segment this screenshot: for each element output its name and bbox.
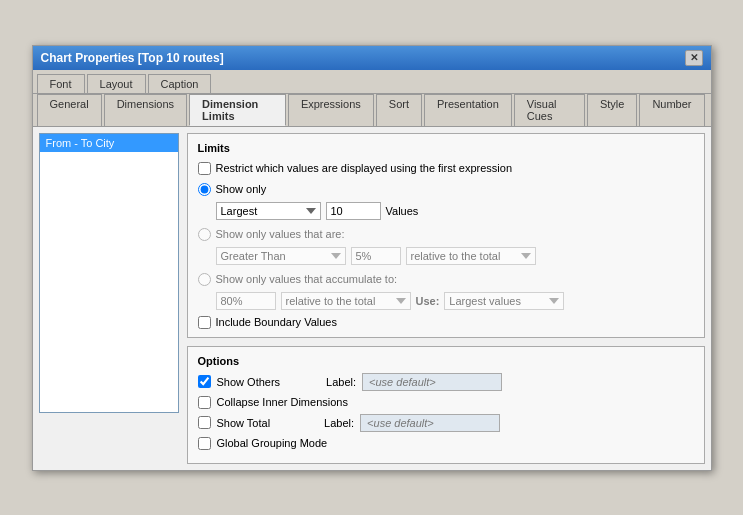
largest-values-select[interactable]: Largest values bbox=[444, 292, 564, 310]
options-group: Options Show Others Label: Collapse Inne… bbox=[187, 346, 705, 464]
tab-sort[interactable]: Sort bbox=[376, 94, 422, 126]
show-others-label-text: Label: bbox=[326, 376, 356, 388]
show-total-input[interactable] bbox=[360, 414, 500, 432]
show-total-controls: Show Total Label: bbox=[198, 414, 501, 432]
list-item[interactable]: From - To City bbox=[40, 134, 178, 152]
left-panel: From - To City bbox=[39, 133, 179, 464]
values-label: Values bbox=[386, 205, 419, 217]
show-values-label: Show only values that are: bbox=[216, 228, 345, 240]
window-title: Chart Properties [Top 10 routes] bbox=[41, 51, 224, 65]
show-only-radio-row: Show only bbox=[198, 183, 694, 196]
limits-title: Limits bbox=[198, 142, 694, 154]
show-total-row: Show Total Label: bbox=[198, 414, 694, 432]
tab-presentation[interactable]: Presentation bbox=[424, 94, 512, 126]
largest-controls: Largest Values bbox=[216, 202, 694, 220]
accumulate-input[interactable] bbox=[216, 292, 276, 310]
relative-total2-select[interactable]: relative to the total bbox=[281, 292, 411, 310]
show-others-checkbox[interactable] bbox=[198, 375, 211, 388]
tab-dimension-limits[interactable]: Dimension Limits bbox=[189, 94, 286, 126]
top-tab-row: Font Layout Caption bbox=[33, 70, 711, 94]
include-boundary-label: Include Boundary Values bbox=[216, 316, 338, 328]
restrict-checkbox[interactable] bbox=[198, 162, 211, 175]
percent-input[interactable] bbox=[351, 247, 401, 265]
collapse-inner-label: Collapse Inner Dimensions bbox=[217, 396, 348, 408]
tab-visual-cues[interactable]: Visual Cues bbox=[514, 94, 585, 126]
show-values-radio[interactable] bbox=[198, 228, 211, 241]
show-accumulate-radio[interactable] bbox=[198, 273, 211, 286]
tab-dimensions[interactable]: Dimensions bbox=[104, 94, 187, 126]
show-accumulate-label: Show only values that accumulate to: bbox=[216, 273, 398, 285]
dimension-list[interactable]: From - To City bbox=[39, 133, 179, 413]
tab-number[interactable]: Number bbox=[639, 94, 704, 126]
tab-font[interactable]: Font bbox=[37, 74, 85, 93]
global-grouping-row: Global Grouping Mode bbox=[198, 437, 694, 450]
show-values-radio-row: Show only values that are: bbox=[198, 228, 694, 241]
global-grouping-checkbox[interactable] bbox=[198, 437, 211, 450]
main-content: From - To City Limits Restrict which val… bbox=[33, 127, 711, 470]
show-accumulate-radio-row: Show only values that accumulate to: bbox=[198, 273, 694, 286]
show-only-radio[interactable] bbox=[198, 183, 211, 196]
greater-than-select[interactable]: Greater Than bbox=[216, 247, 346, 265]
tab-layout[interactable]: Layout bbox=[87, 74, 146, 93]
accumulate-controls: relative to the total Use: Largest value… bbox=[216, 292, 694, 310]
main-window: Chart Properties [Top 10 routes] ✕ Font … bbox=[32, 45, 712, 471]
restrict-label: Restrict which values are displayed usin… bbox=[216, 162, 513, 174]
tab-style[interactable]: Style bbox=[587, 94, 637, 126]
show-others-label: Show Others bbox=[217, 376, 281, 388]
use-label: Use: bbox=[416, 295, 440, 307]
close-button[interactable]: ✕ bbox=[685, 50, 703, 66]
show-others-controls: Show Others Label: bbox=[198, 373, 503, 391]
greater-than-controls: Greater Than relative to the total bbox=[216, 247, 694, 265]
limits-group: Limits Restrict which values are display… bbox=[187, 133, 705, 338]
boundary-row: Include Boundary Values bbox=[198, 316, 694, 329]
largest-select[interactable]: Largest bbox=[216, 202, 321, 220]
restrict-row: Restrict which values are displayed usin… bbox=[198, 162, 694, 175]
show-others-row: Show Others Label: bbox=[198, 373, 694, 391]
tab-general[interactable]: General bbox=[37, 94, 102, 126]
bottom-tab-row: General Dimensions Dimension Limits Expr… bbox=[33, 94, 711, 127]
include-boundary-checkbox[interactable] bbox=[198, 316, 211, 329]
show-total-label-text: Label: bbox=[324, 417, 354, 429]
show-total-label: Show Total bbox=[217, 417, 271, 429]
global-grouping-label: Global Grouping Mode bbox=[217, 437, 328, 449]
show-total-checkbox[interactable] bbox=[198, 416, 211, 429]
tab-expressions[interactable]: Expressions bbox=[288, 94, 374, 126]
tab-caption[interactable]: Caption bbox=[148, 74, 212, 93]
right-panel: Limits Restrict which values are display… bbox=[187, 133, 705, 464]
collapse-inner-row: Collapse Inner Dimensions bbox=[198, 396, 694, 409]
title-bar: Chart Properties [Top 10 routes] ✕ bbox=[33, 46, 711, 70]
relative-total-select[interactable]: relative to the total bbox=[406, 247, 536, 265]
collapse-inner-checkbox[interactable] bbox=[198, 396, 211, 409]
values-count-input[interactable] bbox=[326, 202, 381, 220]
show-only-label: Show only bbox=[216, 183, 267, 195]
options-title: Options bbox=[198, 355, 694, 367]
show-others-input[interactable] bbox=[362, 373, 502, 391]
title-bar-controls: ✕ bbox=[685, 50, 703, 66]
